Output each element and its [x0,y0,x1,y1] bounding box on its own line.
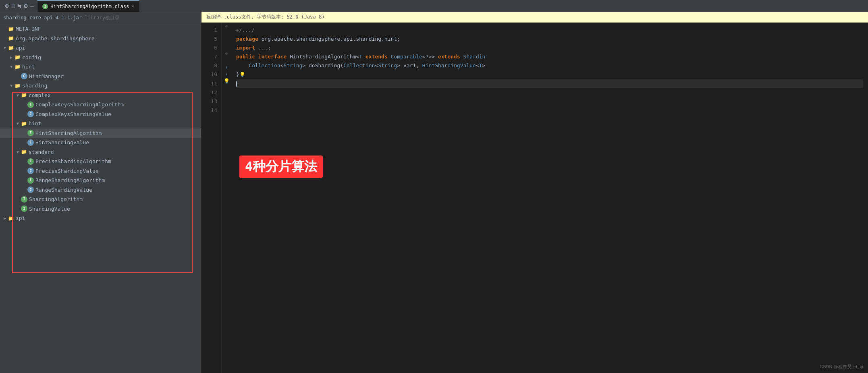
code-line-8: import ...; [236,44,863,52]
arrow-icon[interactable]: ↓ [225,65,228,69]
gutter-cell-11[interactable]: ↓ [222,64,231,70]
tree-item-precise-value[interactable]: CPreciseShardingValue [0,166,201,176]
code-line-12: Collection<String> doSharding(Collection… [236,61,863,70]
tree-label-range-value: RangeShardingValue [35,186,92,194]
line-num-13: 13 [205,97,220,106]
folder-icon: 📁 [21,91,27,99]
folder-arrow[interactable]: ▼ [2,45,8,51]
code-line-13: }💡 [236,70,863,79]
class-icon-hintmanager: C [21,73,27,79]
tree-item-api[interactable]: ▼📁api [0,43,201,53]
tree-label-precise-value: PreciseShardingValue [35,167,99,175]
tree-item-hint-algo[interactable]: IHintShardingAlgorithm [0,128,201,138]
line-num-11: 11 [205,79,220,88]
code-line-14 [236,79,863,88]
tree-content: 📁META-INF📁org.apache.shardingsphere▼📁api… [0,24,201,223]
folder-arrow[interactable]: ▶ [2,215,8,221]
folder-arrow[interactable]: ▼ [15,120,21,126]
tree-item-sharding-algo[interactable]: IShardingAlgorithm [0,195,201,204]
gutter-cell-12[interactable]: ↓ [222,70,231,77]
tree-item-meta-inf[interactable]: 📁META-INF [0,24,201,34]
tree-item-hint-sub-folder[interactable]: ▼📁hint [0,119,201,128]
arrow-icon[interactable]: ↓ [225,72,228,76]
folder-icon: 📁 [21,148,27,155]
tree-item-hintmanager[interactable]: CHintManager [0,72,201,81]
folder-icon: 📁 [8,25,14,33]
tree-label-sharding-value: ShardingValue [29,205,70,213]
settings-icon[interactable]: ⚙ [24,2,28,10]
toolbar-icons: ⊕ ≡ ≒ ⚙ — [2,0,37,12]
fold-icon[interactable]: ⊕ [225,24,228,28]
class-icon-hint-value: C [27,139,34,146]
tree-item-standard-folder[interactable]: ▼📁standard [0,147,201,157]
class-icon-precise-algo: I [27,158,34,165]
tree-item-org[interactable]: 📁org.apache.shardingsphere [0,34,201,44]
code-area: 156781011121314 ⊕⊕↓↓💡 ⊕/.../ package org… [201,23,868,373]
tree-item-config[interactable]: ▶📁config [0,53,201,62]
tree-item-range-algo[interactable]: IRangeShardingAlgorithm [0,176,201,185]
line-num-14: 14 [205,106,220,115]
tree-label-config: config [22,54,41,62]
tree-item-complex-folder[interactable]: ▼📁complex [0,91,201,100]
folder-icon: 📁 [8,44,14,52]
add-icon[interactable]: ⊕ [5,2,9,10]
line-numbers: 156781011121314 [201,23,222,373]
class-icon-sharding-algo: I [21,196,27,203]
align-icon[interactable]: ≡ [11,2,15,10]
folder-icon: 📁 [8,35,14,42]
line-num-8: 8 [205,61,220,70]
tab-close-hintShardingAlgorithm[interactable]: × [131,4,134,9]
line-num-1: 1 [205,26,220,35]
minimize-icon[interactable]: — [30,2,34,10]
gutter-cell-7 [222,43,231,50]
tree-item-range-value[interactable]: CRangeShardingValue [0,185,201,195]
folder-arrow[interactable]: ▼ [8,83,15,89]
tree-item-complexkeys-algo[interactable]: IComplexKeysShardingAlgorithm [0,100,201,110]
tree-label-complexkeys-value: ComplexKeysShardingValue [35,110,111,118]
line-num-7: 7 [205,52,220,61]
tree-label-hint-folder: hint [22,63,35,71]
class-icon-complexkeys-value: C [27,111,34,117]
folder-icon: 📁 [8,215,14,222]
class-icon-sharding-value: I [21,205,27,212]
gutter-cell-13[interactable]: 💡 [222,77,231,84]
info-text: 反编译 .class文件, 字节码版本: 52.0 (Java 8) [206,14,324,20]
split-icon[interactable]: ≒ [17,2,21,10]
folder-arrow[interactable]: ▶ [8,54,15,60]
folder-arrow[interactable]: ▼ [8,64,15,70]
bulb-icon[interactable]: 💡 [224,78,230,84]
sidebar-header: sharding-core-api-4.1.1.jar library根目录 [0,12,201,24]
code-content[interactable]: ⊕/.../ package org.apache.shardingsphere… [231,23,868,373]
code-line-1: ⊕/.../ [236,26,863,35]
tree-item-sharding-folder[interactable]: ▼📁sharding [0,81,201,91]
fold-content[interactable]: ⊕ [236,28,239,33]
tree-item-sharding-value[interactable]: IShardingValue [0,204,201,214]
app-container: ⊕ ≡ ≒ ⚙ — CeysShardingValue.class×CHintM… [0,0,868,373]
tree-label-hintmanager: HintManager [29,73,64,81]
code-wrapper: ⊕/.../ package org.apache.shardingsphere… [231,23,868,373]
tree-label-org: org.apache.shardingsphere [16,35,95,43]
content-area: 反编译 .class文件, 字节码版本: 52.0 (Java 8) 15678… [201,12,868,373]
tree-item-precise-algo[interactable]: IPreciseShardingAlgorithm [0,157,201,166]
tree-label-api: api [16,44,25,52]
tree-item-hint-folder[interactable]: ▼📁hint [0,62,201,72]
folder-arrow[interactable]: ▼ [15,149,21,155]
gutter-cell-8[interactable]: ⊕ [222,50,231,57]
code-line-6: package org.apache.shardingsphere.api.sh… [236,35,863,44]
tree-item-hint-value[interactable]: CHintShardingValue [0,138,201,147]
line-num-5: 5 [205,35,220,44]
tree-label-range-algo: RangeShardingAlgorithm [35,176,105,184]
class-icon-range-value: C [27,186,34,193]
fold-icon[interactable]: ⊕ [225,51,228,56]
tree-label-precise-algo: PreciseShardingAlgorithm [35,157,111,166]
gutter-cell-6 [222,36,231,43]
folder-icon: 📁 [15,82,21,89]
tree-item-complexkeys-value[interactable]: CComplexKeysShardingValue [0,110,201,119]
tab-hintShardingAlgorithm[interactable]: IHintShardingAlgorithm.class× [37,0,139,12]
tree-label-hint-algo: HintShardingAlgorithm [35,129,102,137]
line-num-6: 6 [205,44,220,52]
gutter-cell-1[interactable]: ⊕ [222,23,231,29]
gutter-cell-14 [222,84,231,91]
folder-arrow[interactable]: ▼ [15,92,21,98]
tree-item-spi-folder[interactable]: ▶📁spi [0,213,201,223]
